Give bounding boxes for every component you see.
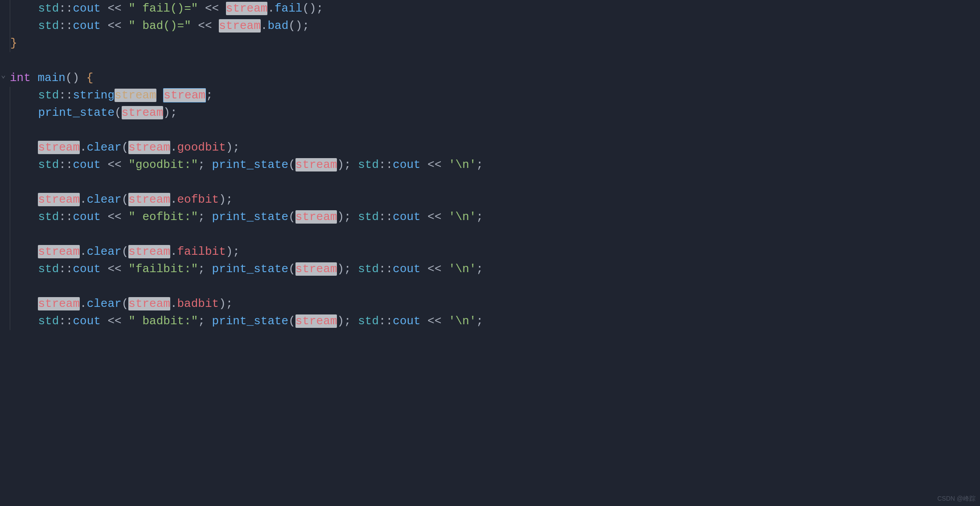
token: ) (226, 141, 233, 154)
token: ) (219, 297, 226, 310)
token: stream (38, 245, 80, 258)
code-line[interactable]: std::cout << "failbit:"; print_state(str… (10, 261, 980, 278)
indent-guide (10, 261, 10, 278)
token: { (86, 71, 94, 85)
token: stream (128, 297, 170, 310)
token: :: (379, 210, 393, 224)
token: std (38, 89, 59, 102)
code-line[interactable] (10, 174, 980, 191)
code-line[interactable]: stream.clear(stream.badbit); (10, 295, 980, 313)
fold-toggle-icon[interactable]: ⌄ (1, 69, 6, 82)
token: std (38, 158, 59, 171)
token: ( (122, 297, 129, 310)
token: ( (122, 245, 129, 258)
token (351, 314, 358, 328)
token (198, 2, 205, 15)
token: stream (295, 210, 337, 224)
token: :: (59, 158, 73, 171)
token: << (107, 210, 121, 224)
token: stream (115, 89, 156, 102)
indent-guide (10, 191, 10, 208)
token (122, 19, 129, 33)
indent-guide (10, 17, 10, 35)
code-line[interactable] (10, 226, 980, 243)
token: :: (59, 2, 73, 15)
token: :: (59, 89, 73, 102)
token: stream (38, 193, 80, 206)
token: ; (476, 262, 484, 276)
code-line[interactable]: print_state(stream); (10, 104, 980, 122)
token: std (358, 262, 379, 276)
token: stream (38, 297, 80, 310)
token (191, 19, 198, 33)
token (421, 210, 428, 224)
indent-guide (10, 104, 10, 122)
code-line[interactable]: std::cout << " fail()=" << stream.fail()… (10, 0, 980, 17)
token: ; (226, 297, 233, 310)
code-line[interactable] (10, 122, 980, 139)
code-line[interactable] (10, 52, 980, 69)
token: clear (87, 141, 122, 154)
code-line[interactable]: std::stringstream stream; (10, 87, 980, 104)
token: cout (73, 314, 100, 328)
code-line[interactable]: stream.clear(stream.eofbit); (10, 191, 980, 208)
token: badbit (177, 297, 219, 310)
token: '\n' (448, 314, 476, 328)
token (101, 19, 108, 33)
token (442, 158, 449, 171)
token: cout (393, 262, 420, 276)
token: print_state (212, 158, 289, 171)
code-line[interactable]: stream.clear(stream.goodbit); (10, 139, 980, 156)
token: << (107, 19, 121, 33)
token: . (80, 141, 87, 154)
code-line[interactable]: std::cout << " bad()=" << stream.bad(); (10, 17, 980, 35)
token: main (37, 71, 65, 85)
token: :: (59, 262, 73, 276)
token: int (10, 71, 31, 85)
code-line[interactable]: std::cout << "goodbit:"; print_state(str… (10, 156, 980, 174)
token: . (170, 193, 177, 206)
token: ; (344, 210, 351, 224)
token (122, 314, 129, 328)
token: " eofbit:" (128, 210, 198, 224)
token: ) (163, 106, 170, 119)
token: << (107, 2, 121, 15)
token (122, 2, 129, 15)
token: ) (337, 314, 344, 328)
token: clear (87, 245, 122, 258)
token: stream (295, 158, 337, 171)
token: :: (379, 158, 393, 171)
token: eofbit (177, 193, 219, 206)
token: . (170, 245, 177, 258)
token: std (38, 314, 59, 328)
code-line[interactable]: std::cout << " badbit:"; print_state(str… (10, 313, 980, 330)
token (79, 71, 86, 85)
token: stream (163, 88, 206, 102)
token (101, 262, 108, 276)
code-line[interactable] (10, 278, 980, 295)
token: << (427, 158, 441, 171)
token: ( (288, 262, 295, 276)
token (122, 158, 129, 171)
indent-guide (10, 243, 10, 261)
token (205, 314, 212, 328)
token (212, 19, 219, 33)
code-editor[interactable]: std::cout << " fail()=" << stream.fail()… (0, 0, 980, 330)
token: :: (59, 210, 73, 224)
token (421, 158, 428, 171)
token: cout (73, 210, 100, 224)
token: . (170, 141, 177, 154)
token (122, 262, 129, 276)
token: std (358, 158, 379, 171)
code-line[interactable]: int main() { (10, 69, 980, 87)
code-line[interactable]: } (10, 35, 980, 52)
indent-guide (10, 35, 10, 52)
token: ; (476, 314, 484, 328)
token: ; (476, 158, 484, 171)
code-line[interactable]: stream.clear(stream.failbit); (10, 243, 980, 261)
code-line[interactable]: std::cout << " eofbit:"; print_state(str… (10, 208, 980, 226)
token: cout (73, 2, 100, 15)
token: :: (379, 262, 393, 276)
token: std (38, 210, 59, 224)
token: cout (393, 314, 420, 328)
